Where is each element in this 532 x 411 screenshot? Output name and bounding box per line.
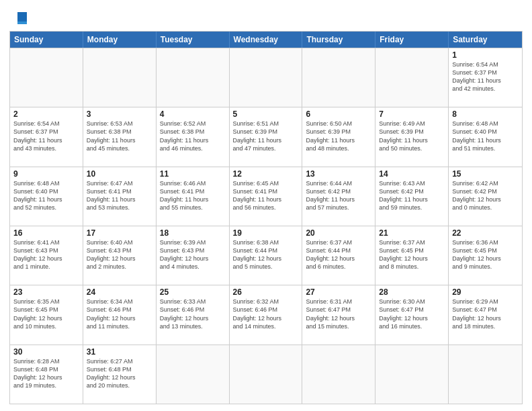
svg-marker-0 [17, 12, 27, 21]
calendar-cell-w5-d6: 28Sunrise: 6:30 AM Sunset: 6:47 PM Dayli… [375, 285, 449, 344]
day-number: 16 [13, 228, 79, 238]
calendar-cell-w4-d2: 17Sunrise: 6:40 AM Sunset: 6:43 PM Dayli… [83, 226, 157, 285]
calendar-cell-w5-d7: 29Sunrise: 6:29 AM Sunset: 6:47 PM Dayli… [449, 285, 522, 344]
calendar-cell-w6-d4 [230, 345, 303, 404]
day-number: 17 [87, 228, 152, 238]
day-info: Sunrise: 6:38 AM Sunset: 6:44 PM Dayligh… [233, 238, 299, 271]
calendar-cell-w1-d3 [157, 48, 230, 107]
page: Sunday Monday Tuesday Wednesday Thursday… [0, 0, 532, 411]
day-info: Sunrise: 6:45 AM Sunset: 6:41 PM Dayligh… [233, 179, 299, 212]
calendar-cell-w2-d5: 6Sunrise: 6:50 AM Sunset: 6:39 PM Daylig… [302, 107, 375, 166]
day-info: Sunrise: 6:37 AM Sunset: 6:44 PM Dayligh… [306, 238, 371, 271]
calendar-cell-w5-d1: 23Sunrise: 6:35 AM Sunset: 6:45 PM Dayli… [10, 285, 83, 344]
day-number: 28 [379, 287, 445, 297]
day-info: Sunrise: 6:42 AM Sunset: 6:42 PM Dayligh… [452, 179, 519, 212]
logo [9, 9, 30, 27]
calendar-cell-w1-d2 [83, 48, 157, 107]
calendar-cell-w1-d5 [302, 48, 375, 107]
calendar-header: Sunday Monday Tuesday Wednesday Thursday… [10, 32, 522, 48]
calendar-cell-w6-d2: 31Sunrise: 6:27 AM Sunset: 6:48 PM Dayli… [83, 345, 157, 404]
calendar-cell-w3-d7: 15Sunrise: 6:42 AM Sunset: 6:42 PM Dayli… [449, 167, 522, 226]
calendar-cell-w6-d5 [302, 345, 375, 404]
calendar-cell-w3-d1: 9Sunrise: 6:48 AM Sunset: 6:40 PM Daylig… [10, 167, 83, 226]
day-info: Sunrise: 6:43 AM Sunset: 6:42 PM Dayligh… [379, 179, 445, 212]
day-number: 23 [13, 287, 79, 297]
day-number: 5 [233, 109, 299, 119]
calendar-cell-w2-d1: 2Sunrise: 6:54 AM Sunset: 6:37 PM Daylig… [10, 107, 83, 166]
day-number: 10 [87, 169, 152, 179]
day-info: Sunrise: 6:48 AM Sunset: 6:40 PM Dayligh… [452, 120, 519, 152]
day-number: 14 [379, 169, 445, 179]
calendar-body: 1Sunrise: 6:54 AM Sunset: 6:37 PM Daylig… [10, 48, 522, 404]
day-info: Sunrise: 6:37 AM Sunset: 6:45 PM Dayligh… [379, 238, 445, 271]
calendar-cell-w5-d3: 25Sunrise: 6:33 AM Sunset: 6:46 PM Dayli… [157, 285, 230, 344]
calendar-cell-w3-d5: 13Sunrise: 6:44 AM Sunset: 6:42 PM Dayli… [302, 167, 375, 226]
day-number: 9 [13, 169, 79, 179]
calendar-week-4: 16Sunrise: 6:41 AM Sunset: 6:43 PM Dayli… [10, 226, 522, 285]
calendar-cell-w4-d4: 19Sunrise: 6:38 AM Sunset: 6:44 PM Dayli… [230, 226, 303, 285]
calendar-cell-w4-d3: 18Sunrise: 6:39 AM Sunset: 6:43 PM Dayli… [157, 226, 230, 285]
day-number: 7 [379, 109, 445, 119]
header-friday: Friday [375, 32, 449, 48]
day-info: Sunrise: 6:47 AM Sunset: 6:41 PM Dayligh… [87, 179, 152, 212]
header-thursday: Thursday [302, 32, 375, 48]
day-info: Sunrise: 6:41 AM Sunset: 6:43 PM Dayligh… [13, 238, 79, 271]
day-info: Sunrise: 6:46 AM Sunset: 6:41 PM Dayligh… [160, 179, 226, 212]
day-number: 1 [452, 50, 519, 60]
calendar-cell-w5-d5: 27Sunrise: 6:31 AM Sunset: 6:47 PM Dayli… [302, 285, 375, 344]
logo-icon [12, 9, 30, 27]
calendar-cell-w3-d3: 11Sunrise: 6:46 AM Sunset: 6:41 PM Dayli… [157, 167, 230, 226]
day-info: Sunrise: 6:48 AM Sunset: 6:40 PM Dayligh… [13, 179, 79, 212]
day-number: 24 [87, 287, 152, 297]
day-number: 4 [160, 109, 226, 119]
calendar-cell-w6-d7 [449, 345, 522, 404]
calendar-week-2: 2Sunrise: 6:54 AM Sunset: 6:37 PM Daylig… [10, 107, 522, 166]
day-info: Sunrise: 6:53 AM Sunset: 6:38 PM Dayligh… [87, 120, 152, 152]
calendar-cell-w3-d2: 10Sunrise: 6:47 AM Sunset: 6:41 PM Dayli… [83, 167, 157, 226]
day-info: Sunrise: 6:39 AM Sunset: 6:43 PM Dayligh… [160, 238, 226, 271]
day-number: 13 [306, 169, 371, 179]
calendar-cell-w2-d3: 4Sunrise: 6:52 AM Sunset: 6:38 PM Daylig… [157, 107, 230, 166]
header-saturday: Saturday [449, 32, 522, 48]
calendar-cell-w4-d7: 22Sunrise: 6:36 AM Sunset: 6:45 PM Dayli… [449, 226, 522, 285]
calendar-cell-w5-d2: 24Sunrise: 6:34 AM Sunset: 6:46 PM Dayli… [83, 285, 157, 344]
day-info: Sunrise: 6:54 AM Sunset: 6:37 PM Dayligh… [13, 120, 79, 152]
day-info: Sunrise: 6:44 AM Sunset: 6:42 PM Dayligh… [306, 179, 371, 212]
day-number: 29 [452, 287, 519, 297]
day-info: Sunrise: 6:40 AM Sunset: 6:43 PM Dayligh… [87, 238, 152, 271]
header-sunday: Sunday [10, 32, 83, 48]
day-number: 6 [306, 109, 371, 119]
day-number: 22 [452, 228, 519, 238]
calendar-week-5: 23Sunrise: 6:35 AM Sunset: 6:45 PM Dayli… [10, 285, 522, 344]
day-info: Sunrise: 6:31 AM Sunset: 6:47 PM Dayligh… [306, 298, 371, 330]
calendar: Sunday Monday Tuesday Wednesday Thursday… [9, 31, 523, 404]
day-info: Sunrise: 6:34 AM Sunset: 6:46 PM Dayligh… [87, 298, 152, 330]
day-number: 31 [87, 347, 152, 357]
day-number: 26 [233, 287, 299, 297]
calendar-cell-w2-d6: 7Sunrise: 6:49 AM Sunset: 6:39 PM Daylig… [375, 107, 449, 166]
header-monday: Monday [83, 32, 157, 48]
calendar-cell-w3-d6: 14Sunrise: 6:43 AM Sunset: 6:42 PM Dayli… [375, 167, 449, 226]
day-number: 15 [452, 169, 519, 179]
calendar-cell-w3-d4: 12Sunrise: 6:45 AM Sunset: 6:41 PM Dayli… [230, 167, 303, 226]
day-number: 25 [160, 287, 226, 297]
day-number: 3 [87, 109, 152, 119]
day-number: 20 [306, 228, 371, 238]
header-wednesday: Wednesday [230, 32, 303, 48]
calendar-cell-w4-d5: 20Sunrise: 6:37 AM Sunset: 6:44 PM Dayli… [302, 226, 375, 285]
day-info: Sunrise: 6:29 AM Sunset: 6:47 PM Dayligh… [452, 298, 519, 330]
day-number: 18 [160, 228, 226, 238]
day-number: 19 [233, 228, 299, 238]
calendar-cell-w1-d4 [230, 48, 303, 107]
calendar-cell-w1-d6 [375, 48, 449, 107]
day-info: Sunrise: 6:50 AM Sunset: 6:39 PM Dayligh… [306, 120, 371, 152]
day-info: Sunrise: 6:27 AM Sunset: 6:48 PM Dayligh… [87, 357, 152, 390]
calendar-week-1: 1Sunrise: 6:54 AM Sunset: 6:37 PM Daylig… [10, 48, 522, 107]
day-info: Sunrise: 6:54 AM Sunset: 6:37 PM Dayligh… [452, 60, 519, 93]
day-number: 8 [452, 109, 519, 119]
header [9, 7, 523, 27]
day-number: 12 [233, 169, 299, 179]
day-number: 21 [379, 228, 445, 238]
calendar-cell-w4-d1: 16Sunrise: 6:41 AM Sunset: 6:43 PM Dayli… [10, 226, 83, 285]
calendar-cell-w4-d6: 21Sunrise: 6:37 AM Sunset: 6:45 PM Dayli… [375, 226, 449, 285]
